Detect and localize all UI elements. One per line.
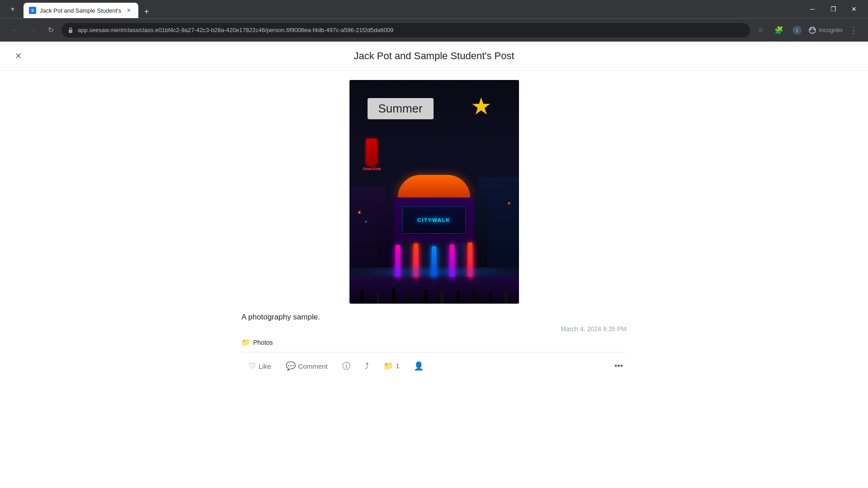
street-area bbox=[349, 277, 519, 304]
reload-button[interactable]: ↻ bbox=[43, 23, 58, 38]
minimize-button[interactable]: ─ bbox=[802, 0, 823, 18]
like-button[interactable]: ♡ Like bbox=[241, 357, 278, 375]
post-actions-bar: ♡ Like 💬 Comment ⓘ ⤴ 📁 1 👤 ••• bbox=[241, 352, 627, 375]
more-options-button[interactable]: ••• bbox=[611, 358, 627, 375]
post-folder: 📁 Photos bbox=[241, 338, 627, 347]
bookmark-button[interactable]: ☆ bbox=[754, 23, 768, 38]
page-header: ✕ Jack Pot and Sample Student's Post bbox=[0, 42, 868, 71]
svg-text:i: i bbox=[797, 28, 797, 33]
folder-label: Photos bbox=[253, 339, 273, 346]
comment-label: Comment bbox=[298, 362, 328, 370]
close-post-button[interactable]: ✕ bbox=[11, 49, 25, 63]
svg-rect-0 bbox=[69, 30, 72, 33]
url-text: app.seesaw.me/#/class/class.e01bf4c2-9a2… bbox=[78, 27, 745, 33]
window-selector-button[interactable]: ▼ bbox=[5, 2, 20, 16]
browser-toolbar: ← → ↻ app.seesaw.me/#/class/class.e01bf4… bbox=[0, 18, 868, 42]
post-caption: A photography sample. bbox=[241, 313, 627, 322]
share-button[interactable]: ⤴ bbox=[358, 358, 376, 375]
tab-title-text: Jack Pot and Sample Student's bbox=[40, 7, 121, 14]
folder-icon: 📁 bbox=[241, 338, 250, 347]
person-button[interactable]: 👤 bbox=[406, 357, 431, 375]
maximize-button[interactable]: ❐ bbox=[823, 0, 844, 18]
post-image-wrap: CITYWALK bbox=[241, 80, 627, 304]
profile-icon: i bbox=[793, 26, 802, 35]
post-timestamp: March 4, 2024 9:35 PM bbox=[241, 325, 627, 333]
browser-titlebar: ▼ S Jack Pot and Sample Student's ✕ + ─ … bbox=[0, 0, 868, 18]
info-button[interactable]: ⓘ bbox=[335, 357, 358, 375]
new-tab-button[interactable]: + bbox=[140, 5, 153, 18]
incognito-badge: Incognito bbox=[808, 26, 843, 35]
star-decoration: ★ bbox=[471, 93, 492, 120]
toolbar-right: ☆ 🧩 i Incognito ⋮ bbox=[754, 23, 861, 38]
tab-bar: S Jack Pot and Sample Student's ✕ + bbox=[24, 0, 798, 18]
extensions-button[interactable]: 🧩 bbox=[772, 23, 786, 38]
page-content: ✕ Jack Pot and Sample Student's Post bbox=[0, 42, 868, 488]
comment-button[interactable]: 💬 Comment bbox=[278, 357, 335, 375]
comment-icon: 💬 bbox=[286, 361, 296, 371]
browser-frame: ▼ S Jack Pot and Sample Student's ✕ + ─ … bbox=[0, 0, 868, 42]
incognito-label: Incognito bbox=[819, 27, 843, 33]
person-icon: 👤 bbox=[414, 361, 424, 371]
summer-label: Summer bbox=[368, 98, 434, 119]
post-image: CITYWALK bbox=[349, 80, 519, 304]
post-container: CITYWALK bbox=[231, 71, 637, 384]
share-icon: ⤴ bbox=[365, 361, 369, 371]
address-bar[interactable]: app.seesaw.me/#/class/class.e01bf4c2-9a2… bbox=[61, 23, 750, 38]
folder-action-icon: 📁 bbox=[383, 361, 393, 371]
profile-button[interactable]: i bbox=[790, 23, 804, 38]
like-label: Like bbox=[259, 362, 271, 370]
citywalk-sign-text: CITYWALK bbox=[417, 217, 450, 223]
main-building: CITYWALK bbox=[389, 175, 479, 279]
floor-glow bbox=[349, 265, 519, 279]
page-title: Jack Pot and Sample Student's Post bbox=[354, 50, 514, 62]
menu-button[interactable]: ⋮ bbox=[846, 23, 861, 38]
cocacola-sign: Coca-Cola bbox=[363, 139, 381, 171]
forward-button[interactable]: → bbox=[25, 23, 40, 38]
close-window-button[interactable]: ✕ bbox=[844, 0, 864, 18]
folder-count: 1 bbox=[396, 362, 400, 370]
tab-favicon: S bbox=[29, 7, 36, 14]
lock-icon bbox=[67, 27, 74, 34]
back-button[interactable]: ← bbox=[7, 23, 22, 38]
incognito-icon bbox=[808, 26, 817, 35]
tab-close-button[interactable]: ✕ bbox=[125, 6, 133, 14]
info-icon: ⓘ bbox=[342, 361, 350, 371]
active-tab[interactable]: S Jack Pot and Sample Student's ✕ bbox=[24, 3, 138, 18]
like-icon: ♡ bbox=[249, 361, 256, 371]
folder-action-button[interactable]: 📁 1 bbox=[376, 357, 407, 375]
